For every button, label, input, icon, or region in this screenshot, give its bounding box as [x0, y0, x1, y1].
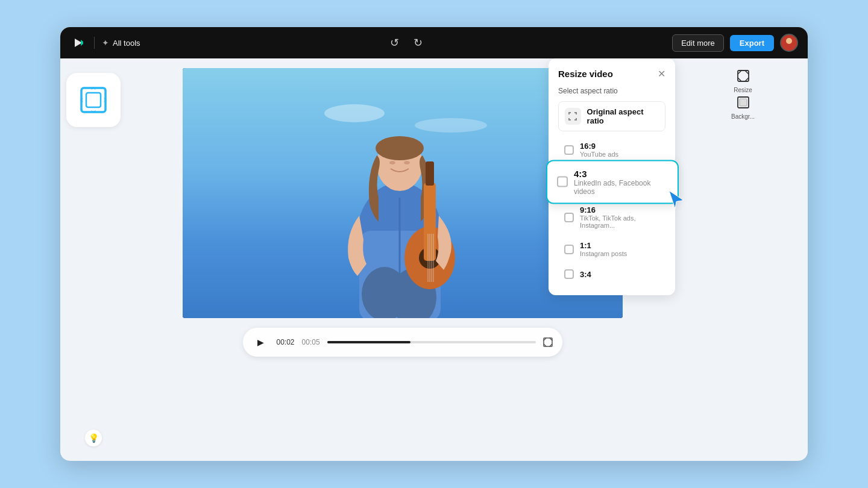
total-time: 00:05: [302, 338, 320, 346]
close-resize-panel-button[interactable]: ✕: [658, 68, 665, 80]
right-panel: Resize Backgr...: [678, 58, 808, 461]
bulb-icon-button[interactable]: 💡: [85, 430, 102, 446]
ratio-checkbox-16-9[interactable]: [564, 145, 574, 155]
tooltip-checkbox[interactable]: [557, 177, 568, 187]
ratio-checkbox-1-1[interactable]: [564, 245, 574, 254]
topbar-right: Edit more Export: [672, 34, 798, 52]
topbar-center: ↺ ↻: [148, 36, 665, 49]
ratio-info-16-9: 16:9 YouTube ads: [580, 142, 659, 158]
ratio-item-4-3[interactable]: 4:3 LinkedIn ads, Facebook videos 4:3 Li…: [558, 164, 665, 199]
undo-button[interactable]: ↺: [390, 36, 399, 49]
svg-rect-3: [81, 88, 105, 112]
play-button[interactable]: ▶: [253, 334, 269, 351]
ratio-info-3-4: 3:4: [580, 270, 659, 279]
app-logo[interactable]: [70, 34, 87, 51]
fullscreen-button[interactable]: [543, 337, 553, 347]
resize-panel-icon-label: Resize: [734, 87, 752, 93]
ratio-item-9-16[interactable]: 9:16 TikTok, TikTok ads, Instagram...: [558, 200, 665, 234]
svg-point-1: [786, 38, 792, 44]
all-tools-button[interactable]: ✦ All tools: [102, 38, 140, 48]
tooltip-ratio-name: 4:3: [574, 168, 668, 178]
svg-point-2: [784, 45, 794, 51]
ratio-item-1-1[interactable]: 1:1 Instagram posts: [558, 236, 665, 263]
ratio-item-3-4[interactable]: 3:4: [558, 264, 665, 284]
cursor-arrow: [669, 190, 691, 214]
main-content: 💡: [60, 58, 808, 461]
avatar[interactable]: [780, 34, 798, 52]
player-controls: ▶ 00:02 00:05: [243, 328, 562, 357]
background-panel-icon: [737, 96, 750, 112]
svg-point-10: [389, 161, 395, 164]
original-ratio-label: Original aspect ratio: [587, 107, 659, 125]
right-panel-background-button[interactable]: Backgr...: [730, 95, 756, 121]
svg-point-6: [415, 118, 487, 133]
resize-panel-icon: [737, 69, 750, 86]
resize-panel-subtitle: Select aspect ratio: [558, 87, 665, 95]
svg-rect-23: [426, 161, 434, 186]
right-panel-resize-button[interactable]: Resize: [730, 68, 756, 95]
resize-panel-header: Resize video ✕: [558, 68, 665, 80]
ratio-info-1-1: 1:1 Instagram posts: [580, 241, 659, 257]
resize-tool-icon-box: [66, 73, 121, 127]
ratio-checkbox-3-4[interactable]: [564, 269, 574, 279]
svg-point-5: [324, 104, 385, 122]
left-area: 💡: [60, 58, 127, 461]
svg-point-11: [404, 161, 410, 164]
tooltip-ratio-desc: LinkedIn ads, Facebook videos: [574, 178, 668, 195]
background-panel-icon-label: Backgr...: [731, 113, 755, 120]
ratio-tooltip: 4:3 LinkedIn ads, Facebook videos: [546, 160, 679, 204]
current-time: 00:02: [277, 338, 295, 346]
redo-button[interactable]: ↻: [414, 36, 423, 49]
edit-more-button[interactable]: Edit more: [672, 34, 724, 52]
resize-panel-title: Resize video: [558, 69, 613, 79]
ratio-info-9-16: 9:16 TikTok, TikTok ads, Instagram...: [580, 205, 659, 229]
progress-bar[interactable]: [327, 341, 536, 343]
svg-rect-28: [740, 99, 747, 106]
ratio-checkbox-9-16[interactable]: [564, 213, 574, 222]
svg-marker-25: [669, 190, 684, 208]
video-subject: [306, 77, 499, 318]
tooltip-info: 4:3 LinkedIn ads, Facebook videos: [574, 168, 668, 195]
svg-rect-4: [86, 93, 101, 107]
topbar: ✦ All tools ↺ ↻ Edit more Export: [60, 27, 808, 58]
resize-panel: Resize video ✕ Select aspect ratio Origi…: [549, 58, 675, 295]
topbar-divider: [94, 37, 95, 49]
ratio-item-original[interactable]: Original aspect ratio: [558, 101, 665, 131]
export-button[interactable]: Export: [730, 35, 774, 51]
app-window: ✦ All tools ↺ ↻ Edit more Export: [60, 27, 808, 461]
original-ratio-icon: [565, 108, 581, 125]
svg-point-9: [376, 136, 424, 160]
progress-fill: [327, 341, 410, 343]
